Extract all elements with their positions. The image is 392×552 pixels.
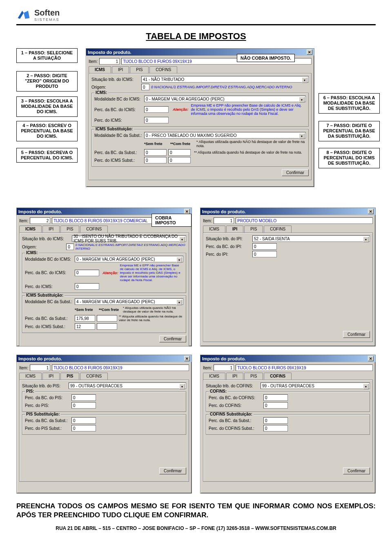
brand-name: Soften — [34, 8, 60, 18]
brand-sub: SISTEMAS — [34, 18, 60, 22]
dialog-imposto-main: Imposto do produto. ✕ Item: 1 TIJOLO BLO… — [86, 48, 314, 187]
nota1: * Alíquotas utilizada quando NÃO há dest… — [196, 140, 306, 148]
callout-8: 8 – PASSO: DIGITE O PERCENTUAL DO ICMS D… — [318, 148, 380, 168]
modbcsub-label: Modalidade BC da Subst.: — [94, 133, 143, 138]
nota2: ** Alíquota utilizada quando há destaque… — [194, 150, 306, 154]
item-number[interactable]: 1 — [99, 58, 120, 65]
close-icon[interactable]: ✕ — [368, 356, 374, 361]
page-header: Soften SISTEMAS — [16, 8, 376, 25]
percicms-label: Perc. do ICMS: — [94, 118, 143, 123]
dialog-ipi: Imposto do produto.✕ Item:1PRODUTO MODEL… — [200, 208, 376, 346]
situacao-dropdown[interactable]: 41 - NÃO TRIBUTADO — [141, 76, 309, 83]
origem-label: Origem: — [91, 85, 140, 89]
tab-icms[interactable]: ICMS — [89, 66, 111, 73]
main-illustration: 1 – PASSO: SELECIONE A SITUAÇÃO 2 – PASS… — [16, 48, 376, 195]
callout-5: 5 – PASSO: ESCREVA O PERCENTUAL DO ICMS. — [16, 148, 78, 163]
dialog-cofins: Imposto do produto.✕ Item:1TIJOLO BLOCO … — [200, 355, 376, 494]
icms-legend: ICMS: — [94, 90, 108, 95]
callout-nao-cobra: NÃO COBRA IMPOSTO. — [237, 54, 295, 62]
fieldset-icms-sub: ICMS Substituição: Modalidade BC da Subs… — [91, 129, 309, 167]
atencao-label: Atenção: — [173, 107, 189, 112]
callout-4: 4 – PASSO: ESCREV O PERCENTUAL DA BASE D… — [16, 121, 78, 141]
icms-sub-legend: ICMS Substituição: — [94, 127, 134, 131]
tab-ipi[interactable]: IPI — [112, 66, 129, 73]
percicmssub-label: Perc. do ICMS Subst.: — [94, 158, 143, 163]
situacao-label: Situação trib. do ICMS: — [91, 77, 140, 82]
modbc-label: Modalidade BC do ICMS: — [94, 97, 143, 101]
percbc-value[interactable]: 0 — [144, 106, 169, 113]
modbc-dropdown[interactable]: 0 - MARGEM VALOR AGREGADO (PERC) — [144, 96, 306, 102]
percicms-value[interactable]: 0 — [144, 117, 169, 123]
page-title: TABELA DE IMPOSTOS — [16, 31, 376, 42]
origem-value[interactable]: 0 — [141, 84, 149, 90]
callout-cobra: COBRA IMPOSTO — [151, 214, 192, 227]
percbc-label: Perc. da BC. do ICMS: — [94, 107, 143, 112]
percbcsub-label: Perc. da BC. da Subst.: — [94, 150, 143, 155]
semfrete-label: *Sem frete — [144, 142, 169, 146]
callout-1: 1 – PASSO: SELECIONE A SITUAÇÃO — [16, 48, 78, 63]
close-icon[interactable]: ✕ — [184, 356, 190, 361]
percicmssub-sf[interactable]: 0 — [144, 157, 167, 163]
percicmssub-cf[interactable]: 0 — [168, 157, 191, 163]
percbcsub-sf[interactable]: 0 — [144, 149, 167, 156]
dialog-icms-cobra: COBRA IMPOSTO Imposto do produto.✕ Item:… — [16, 208, 192, 346]
origem-desc: 0 NACIONAL/1 ESTRANG.IMPORT.DIRETA/2 EST… — [151, 85, 292, 89]
atencao-text: Empresa ME e EPP não preencher Base de c… — [191, 103, 306, 116]
item-label: Item: — [89, 59, 98, 64]
logo-icon — [16, 9, 31, 21]
tab-pis[interactable]: PIS — [130, 66, 149, 73]
tab-cofins[interactable]: COFINS — [149, 66, 177, 73]
modbcsub-dropdown[interactable]: 0 - PRECO TABELADO OU MAXIMO SUGERIDO — [144, 132, 306, 139]
page-footer: RUA 21 DE ABRIL – 515 – CENTRO – JOSE BO… — [16, 525, 376, 531]
close-icon[interactable]: ✕ — [368, 209, 374, 214]
dialog-title: Imposto do produto. — [88, 50, 131, 55]
close-icon[interactable]: ✕ — [307, 49, 312, 55]
callout-2: 2 – PASSO: DIGITE "ZERO" ORIGEM DO PRODU… — [16, 71, 78, 92]
percbcsub-cf[interactable]: 0 — [168, 149, 191, 156]
callout-7: 7 – PASSO: DIGITE O PERCENTUAL DA BASE D… — [318, 121, 380, 141]
fieldset-icms: ICMS: Modalidade BC do ICMS:0 - MARGEM V… — [91, 93, 309, 127]
comfrete-label: **Com frete — [170, 142, 195, 146]
callout-3: 3 – PASSO: ESCOLHA A MODALIDADE DA BASE … — [16, 96, 78, 117]
bottom-instruction: PREENCHA TODOS OS CAMPOS MESMO SE FOR IS… — [16, 502, 376, 520]
confirmar-button[interactable]: Confirmar — [282, 169, 309, 176]
dialog-pis: Imposto do produto.✕ Item:1TIJOLO BLOCO … — [16, 355, 192, 494]
callout-6: 6 – PASSO: ESCOLHA A MODALIDADE DA BASE … — [318, 93, 380, 114]
tab-row: ICMS IPI PIS COFINS — [89, 66, 312, 73]
